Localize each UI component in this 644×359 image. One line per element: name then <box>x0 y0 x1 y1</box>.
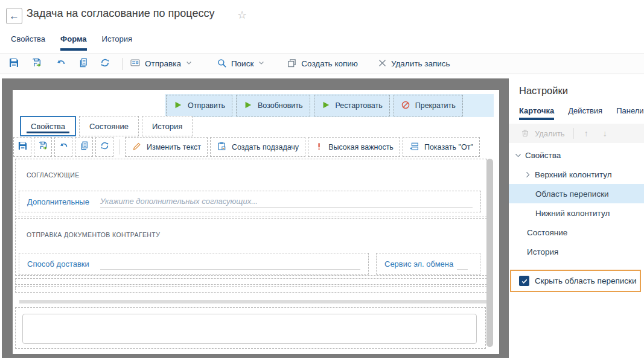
tree-item-properties[interactable]: Свойства <box>509 145 644 165</box>
hide-correspondence-option[interactable]: Скрыть область переписки <box>510 270 641 292</box>
subtask-icon <box>217 141 227 153</box>
empty-layout-row[interactable] <box>15 278 487 285</box>
prohibit-icon <box>401 100 410 112</box>
high-importance-button[interactable]: Высокая важность <box>308 137 400 157</box>
high-importance-label: Высокая важность <box>328 143 394 151</box>
tree-item-label: Верхний колонтитул <box>535 170 612 179</box>
card-tab-state[interactable]: Состояние <box>79 116 139 136</box>
card-tabs: Свойства Состояние История <box>20 116 193 136</box>
settings-tree: Свойства Верхний колонтитул Область пере… <box>509 145 644 261</box>
task-actions-row: Отправить Возобновить Рестартовать <box>165 94 494 117</box>
save-and-new-button[interactable] <box>31 57 42 70</box>
card-tab-history[interactable]: История <box>142 116 193 136</box>
save-plus-icon <box>38 141 48 153</box>
splitter-bar[interactable] <box>19 300 490 303</box>
card-refresh-button[interactable] <box>95 137 113 157</box>
settings-tab-card[interactable]: Карточка <box>519 106 554 115</box>
send-action-button[interactable]: Отправить <box>166 95 232 116</box>
back-button[interactable]: ← <box>6 8 22 24</box>
favorite-star-icon[interactable]: ☆ <box>237 8 247 22</box>
save-plus-icon <box>31 57 42 70</box>
undo-button[interactable] <box>56 57 66 70</box>
chevron-down-icon <box>185 59 193 68</box>
save-button[interactable] <box>8 57 19 70</box>
text-block-container[interactable] <box>15 307 486 349</box>
resume-action-button[interactable]: Возобновить <box>236 95 310 116</box>
tree-item-correspondence-area[interactable]: Область переписки <box>509 184 644 203</box>
create-copy-button[interactable]: Создать копию <box>287 58 358 70</box>
tree-item-state[interactable]: Состояние <box>509 223 644 242</box>
abort-action-button[interactable]: Прекратить <box>394 95 463 116</box>
toolbar-divider <box>119 139 120 154</box>
send-card-icon <box>130 57 141 70</box>
tree-item-history[interactable]: История <box>509 242 644 261</box>
delete-record-label: Удалить запись <box>391 59 450 68</box>
move-down-button[interactable]: ↓ <box>603 129 607 138</box>
card-toolbar: Изменить текст Создать подзадачу Высокая… <box>13 137 480 157</box>
restart-action-label: Рестартовать <box>336 101 383 110</box>
field-exchange-service-input[interactable] <box>457 258 468 270</box>
tab-history[interactable]: История <box>102 34 132 45</box>
form-scrollbar-thumb[interactable] <box>486 159 493 347</box>
refresh-icon <box>100 141 110 153</box>
empty-layout-row[interactable] <box>15 286 487 293</box>
section-approvers[interactable]: СОГЛАСУЮЩИЕ Дополнительные Укажите допол… <box>15 159 487 217</box>
app-window: ← Задача на согласование по процессу ☆ С… <box>0 0 644 359</box>
card-copy-button[interactable] <box>75 137 93 157</box>
settings-title: Настройки <box>519 85 568 97</box>
tab-form[interactable]: Форма <box>60 34 86 45</box>
text-block-input[interactable] <box>22 314 477 344</box>
check-icon <box>521 278 528 285</box>
refresh-button[interactable] <box>100 57 110 70</box>
show-from-button[interactable]: Показать "От" <box>403 137 480 157</box>
delete-record-button[interactable]: Удалить запись <box>378 59 450 69</box>
send-action-label: Отправить <box>188 101 225 110</box>
field-delivery-method[interactable]: Способ доставки <box>19 253 369 275</box>
tree-item-label: Нижний колонтитул <box>535 209 610 218</box>
save-icon <box>8 57 19 70</box>
card-undo-button[interactable] <box>54 137 72 157</box>
edit-text-label: Изменить текст <box>147 143 201 151</box>
field-exchange-service[interactable]: Сервис эл. обмена <box>376 253 480 275</box>
settings-tab-actions[interactable]: Действия <box>568 106 602 115</box>
section-counterparty-sending-title: ОТПРАВКА ДОКУМЕНТОВ КОНТРАГЕНТУ <box>27 231 160 238</box>
send-menu-button[interactable]: Отправка <box>130 57 193 70</box>
undo-icon <box>56 57 66 70</box>
tree-item-label: История <box>527 247 558 256</box>
play-icon <box>321 100 331 112</box>
form-designer-area: Отправить Возобновить Рестартовать <box>0 78 509 358</box>
settings-delete-button[interactable]: Удалить <box>535 129 565 138</box>
field-delivery-method-label: Способ доставки <box>27 259 89 268</box>
field-additional-approvers[interactable]: Дополнительные Укажите дополнительных со… <box>19 191 481 212</box>
chevron-down-icon <box>514 151 525 159</box>
settings-tabs: Карточка Действия Панели <box>519 106 644 115</box>
tree-item-label: Состояние <box>527 228 567 237</box>
card-tab-state-label: Состояние <box>89 122 129 131</box>
card-tab-history-label: История <box>152 122 182 131</box>
copy-button[interactable] <box>78 57 89 70</box>
edit-text-button[interactable]: Изменить текст <box>125 137 208 157</box>
x-icon <box>378 59 387 69</box>
main-toolbar: Отправка Поиск Создать копию Удалить <box>0 53 644 74</box>
card-save-and-new-button[interactable] <box>34 137 52 157</box>
play-icon <box>243 100 253 112</box>
tree-item-header-area[interactable]: Верхний колонтитул <box>509 165 644 184</box>
restart-action-button[interactable]: Рестартовать <box>314 95 390 116</box>
card-save-button[interactable] <box>13 137 31 157</box>
checkbox-checked[interactable] <box>519 276 529 286</box>
create-subtask-button[interactable]: Создать подзадачу <box>210 137 305 157</box>
move-up-button[interactable]: ↑ <box>584 129 588 138</box>
settings-tab-panels[interactable]: Панели <box>616 106 643 115</box>
resume-action-label: Возобновить <box>258 101 303 110</box>
duplicate-icon <box>287 58 297 70</box>
copy-icon <box>79 141 89 153</box>
search-menu-button[interactable]: Поиск <box>217 58 265 70</box>
play-icon <box>173 100 183 112</box>
tab-properties[interactable]: Свойства <box>11 34 45 45</box>
card-tab-properties[interactable]: Свойства <box>20 116 76 136</box>
field-additional-approvers-input[interactable]: Укажите дополнительных согласующих... <box>100 195 473 208</box>
field-delivery-method-input[interactable] <box>100 258 360 270</box>
tree-item-footer-area[interactable]: Нижний колонтитул <box>509 203 644 223</box>
section-counterparty-sending[interactable]: ОТПРАВКА ДОКУМЕНТОВ КОНТРАГЕНТУ Способ д… <box>15 218 487 276</box>
create-subtask-label: Создать подзадачу <box>232 143 299 151</box>
